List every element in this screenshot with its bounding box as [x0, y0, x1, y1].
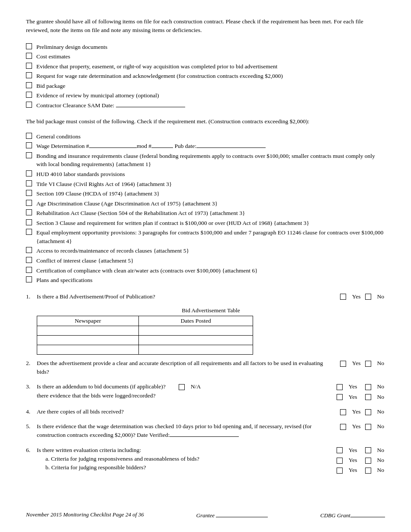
- intro-text: The grantee should have all of following…: [26, 17, 385, 35]
- q6-no-checkbox-2[interactable]: [365, 458, 371, 464]
- q6-yes-group-2: Yes: [337, 456, 358, 465]
- q2-no-group: No: [365, 359, 385, 368]
- checklist-item: HUD 4010 labor standards provisions: [26, 170, 385, 179]
- checklist-label: Contractor Clearance SAM Date:: [36, 101, 385, 110]
- table-row: [37, 345, 253, 354]
- checkbox-cost[interactable]: [26, 53, 32, 59]
- table-cell: [139, 345, 253, 354]
- section2-header: The bid package must consist of the foll…: [26, 117, 385, 126]
- checklist-label: Evidence of review by municipal attorney…: [36, 91, 385, 100]
- checklist-section-1: Preliminary design documents Cost estima…: [26, 43, 385, 110]
- bid-advertisement-table: Newspaper Dates Posted: [37, 316, 253, 355]
- q3-yes-checkbox-1[interactable]: [337, 384, 343, 390]
- checklist-item: Request for wage rate determination and …: [26, 72, 385, 80]
- q3-yes-label-1: Yes: [349, 382, 357, 391]
- checkbox-conflict[interactable]: [26, 257, 32, 263]
- checklist-label: Bid package: [36, 82, 385, 90]
- checklist-label: Evidence that property, easement, or rig…: [36, 62, 385, 71]
- q6-yes-checkbox-3[interactable]: [337, 468, 343, 474]
- checkbox-general-conditions[interactable]: [26, 133, 32, 139]
- q2-num: 2.: [26, 359, 37, 368]
- grantee-field[interactable]: [216, 511, 268, 517]
- q1-no-group: No: [365, 292, 385, 301]
- q3-no-checkbox-2[interactable]: [365, 394, 371, 400]
- q3-na-checkbox[interactable]: [179, 384, 185, 390]
- checkbox-bonding[interactable]: [26, 152, 32, 158]
- checkbox-contractor-clearance[interactable]: [26, 102, 32, 108]
- q1-yes-checkbox[interactable]: [340, 294, 346, 300]
- checklist-item: Title VI Clause (Civil Rights Act of 196…: [26, 180, 385, 189]
- checkbox-evidence-review[interactable]: [26, 92, 32, 98]
- q3-no-group-1: No: [365, 382, 385, 391]
- checklist-label: Conflict of interest clause {attachment …: [36, 256, 385, 265]
- question-6: 6. Is there written evaluation criteria …: [26, 446, 385, 475]
- checkbox-rehab-act[interactable]: [26, 209, 32, 215]
- q6-no-checkbox-3[interactable]: [365, 468, 371, 474]
- q4-text: Are there copies of all bids received?: [37, 407, 337, 416]
- q3-num: 3.: [26, 382, 37, 391]
- q3-no-checkbox-1[interactable]: [365, 384, 371, 390]
- col-newspaper: Newspaper: [37, 316, 139, 326]
- checklist-label: Equal employment opportunity provisions:…: [36, 228, 385, 245]
- q2-text: Does the advertisement provide a clear a…: [37, 359, 337, 377]
- q6-no-label-1: No: [377, 446, 385, 455]
- checkbox-wage-determination[interactable]: [26, 142, 32, 148]
- q3-na-group: N/A: [179, 382, 201, 391]
- q2-no-checkbox[interactable]: [365, 361, 371, 367]
- q6-no-group-3: No: [365, 466, 385, 474]
- date-verified-field[interactable]: [170, 431, 239, 437]
- checklist-label: General conditions: [36, 132, 385, 141]
- checkbox-section3[interactable]: [26, 219, 32, 225]
- q3-yes-label-2: Yes: [349, 393, 357, 401]
- checkbox-access-records[interactable]: [26, 247, 32, 253]
- checklist-item: Access to records/maintenance of records…: [26, 247, 385, 255]
- q1-no-checkbox[interactable]: [365, 294, 371, 300]
- checkbox-section109[interactable]: [26, 190, 32, 196]
- checklist-label: Section 3 Clause and requirement for wri…: [36, 219, 385, 228]
- q5-text: Is there evidence that the wage determin…: [37, 422, 337, 440]
- checklist-item: Section 3 Clause and requirement for wri…: [26, 219, 385, 228]
- checkbox-plans[interactable]: [26, 276, 32, 282]
- sam-date-field[interactable]: [116, 101, 185, 107]
- checkbox-title6[interactable]: [26, 180, 32, 186]
- q4-no-checkbox[interactable]: [365, 409, 371, 415]
- checklist-item: Contractor Clearance SAM Date:: [26, 101, 385, 110]
- table-cell: [139, 335, 253, 345]
- q2-no-label: No: [377, 359, 385, 368]
- wage-det-num[interactable]: [89, 142, 137, 148]
- q2-yes-checkbox[interactable]: [340, 361, 346, 367]
- q6-yes-group-3: Yes: [337, 466, 358, 474]
- q1-num: 1.: [26, 292, 37, 301]
- q2-yes-label: Yes: [352, 359, 361, 368]
- q5-no-checkbox[interactable]: [365, 424, 371, 430]
- q6-num: 6.: [26, 446, 37, 455]
- footer-grantee: Grantee: [196, 511, 268, 519]
- checkbox-bid-package[interactable]: [26, 82, 32, 88]
- q3-yes-checkbox-2[interactable]: [337, 394, 343, 400]
- checkbox-wage-rate[interactable]: [26, 72, 32, 78]
- checkbox-age-discrimination[interactable]: [26, 200, 32, 206]
- q3-text: Is there an addendum to bid documents (i…: [37, 382, 330, 400]
- wage-det-pub-date[interactable]: [196, 142, 266, 148]
- q3-no-group-2: No: [365, 393, 385, 401]
- question-3: 3. Is there an addendum to bid documents…: [26, 382, 385, 401]
- q6-yes-checkbox-1[interactable]: [337, 447, 343, 453]
- checklist-item: Bonding and insurance requirements claus…: [26, 152, 385, 169]
- cdbg-field[interactable]: [350, 511, 385, 517]
- checklist-label: Title VI Clause (Civil Rights Act of 196…: [36, 180, 385, 189]
- q5-yes-checkbox[interactable]: [340, 424, 346, 430]
- wage-det-mod[interactable]: [151, 142, 173, 148]
- checkbox-preliminary[interactable]: [26, 43, 32, 49]
- checkbox-hud4010[interactable]: [26, 170, 32, 176]
- checkbox-eeo[interactable]: [26, 229, 32, 235]
- footer: November 2015 Monitoring Checklist Page …: [26, 511, 385, 519]
- checkbox-clean-air[interactable]: [26, 267, 32, 273]
- q6-no-checkbox-1[interactable]: [365, 447, 371, 453]
- q6-yes-checkbox-2[interactable]: [337, 458, 343, 464]
- checklist-label: Access to records/maintenance of records…: [36, 247, 385, 255]
- checklist-item: Preliminary design documents: [26, 43, 385, 51]
- checklist-label: Plans and specifications: [36, 276, 385, 285]
- q4-yes-checkbox[interactable]: [340, 409, 346, 415]
- checkbox-evidence-property[interactable]: [26, 63, 32, 69]
- q5-no-label: No: [377, 422, 385, 431]
